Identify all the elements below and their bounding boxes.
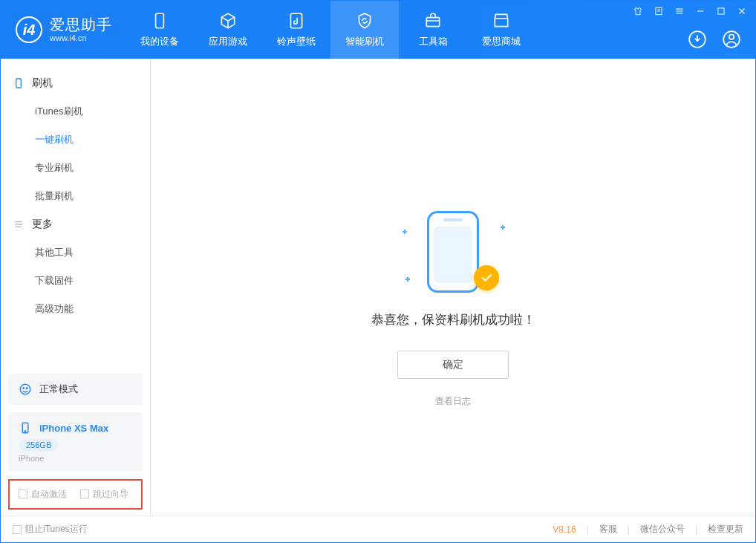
logo-icon: i4 xyxy=(16,16,42,43)
sidebar-item-pro-flash[interactable]: 专业刷机 xyxy=(1,154,150,182)
tab-ringtones-wallpapers[interactable]: 铃声壁纸 xyxy=(262,1,330,59)
mode-box[interactable]: 正常模式 xyxy=(8,374,143,405)
device-storage-badge: 256GB xyxy=(19,439,59,451)
checkbox-label: 阻止iTunes运行 xyxy=(25,523,88,536)
check-badge-icon xyxy=(474,265,499,290)
mode-label: 正常模式 xyxy=(39,383,78,396)
device-box[interactable]: iPhone XS Max 256GB iPhone xyxy=(8,412,143,472)
body: 刷机 iTunes刷机 一键刷机 专业刷机 批量刷机 更多 其他工具 下载固件 … xyxy=(1,59,755,516)
tab-label: 智能刷机 xyxy=(345,35,384,48)
sidebar: 刷机 iTunes刷机 一键刷机 专业刷机 批量刷机 更多 其他工具 下载固件 … xyxy=(1,59,151,516)
sidebar-item-advanced[interactable]: 高级功能 xyxy=(1,295,150,323)
device-icon xyxy=(150,11,169,30)
group-title: 刷机 xyxy=(32,77,53,90)
svg-point-13 xyxy=(25,431,26,432)
device-name: iPhone XS Max xyxy=(39,423,108,434)
wechat-link[interactable]: 微信公众号 xyxy=(640,523,685,536)
svg-point-7 xyxy=(729,35,734,40)
sidebar-group-more[interactable]: 更多 xyxy=(1,210,150,238)
checkbox-auto-activate[interactable]: 自动激活 xyxy=(19,488,67,501)
store-icon xyxy=(492,11,511,30)
checkbox-label: 跳过向导 xyxy=(93,489,128,499)
group-title: 更多 xyxy=(32,218,53,231)
ok-button[interactable]: 确定 xyxy=(397,351,509,379)
list-icon xyxy=(13,218,25,230)
checkbox-block-itunes[interactable]: 阻止iTunes运行 xyxy=(13,523,88,536)
cube-icon xyxy=(218,11,238,30)
user-icon[interactable] xyxy=(721,29,742,50)
window-controls xyxy=(632,5,748,17)
svg-rect-2 xyxy=(426,18,439,27)
version-label: V8.16 xyxy=(553,524,576,535)
close-icon[interactable] xyxy=(736,5,748,17)
note-icon[interactable] xyxy=(653,5,665,17)
download-icon[interactable] xyxy=(687,29,708,50)
success-text: 恭喜您，保资料刷机成功啦！ xyxy=(371,311,535,328)
sidebar-group-flash[interactable]: 刷机 xyxy=(1,69,150,97)
tab-store[interactable]: 爱思商城 xyxy=(467,1,535,59)
tab-label: 我的设备 xyxy=(140,35,179,48)
header-tabs: 我的设备 应用游戏 铃声壁纸 智能刷机 工具箱 爱思商城 xyxy=(126,1,535,59)
menu-icon[interactable] xyxy=(674,5,685,17)
sidebar-item-download-firmware[interactable]: 下载固件 xyxy=(1,267,150,295)
view-log-link[interactable]: 查看日志 xyxy=(435,395,471,408)
sidebar-item-batch-flash[interactable]: 批量刷机 xyxy=(1,182,150,210)
svg-rect-4 xyxy=(718,8,724,14)
phone-icon xyxy=(13,77,25,89)
header-right-icons xyxy=(687,29,742,50)
options-highlight: 自动激活 跳过向导 xyxy=(8,479,143,510)
sidebar-item-itunes-flash[interactable]: iTunes刷机 xyxy=(1,97,150,126)
header: i4 爱思助手 www.i4.cn 我的设备 应用游戏 铃声壁纸 智能刷机 xyxy=(1,1,755,59)
device-icon xyxy=(19,421,32,435)
sidebar-item-other-tools[interactable]: 其他工具 xyxy=(1,238,150,267)
support-link[interactable]: 客服 xyxy=(599,523,617,536)
device-type: iPhone xyxy=(19,454,132,463)
svg-rect-1 xyxy=(290,13,302,28)
sparkle-icon xyxy=(403,230,407,234)
sidebar-item-one-click-flash[interactable]: 一键刷机 xyxy=(1,126,150,154)
sparkle-icon xyxy=(405,277,410,282)
checkbox-skip-guide[interactable]: 跳过向导 xyxy=(80,488,128,501)
mode-icon xyxy=(19,383,32,396)
tab-toolbox[interactable]: 工具箱 xyxy=(399,1,467,59)
shirt-icon[interactable] xyxy=(632,5,644,17)
minimize-icon[interactable] xyxy=(694,5,706,17)
success-illustration xyxy=(408,207,498,296)
logo: i4 爱思助手 www.i4.cn xyxy=(1,1,126,59)
app-url: www.i4.cn xyxy=(50,33,112,43)
tab-label: 工具箱 xyxy=(419,35,448,48)
main-content: 恭喜您，保资料刷机成功啦！ 确定 查看日志 xyxy=(151,59,755,516)
checkbox-label: 自动激活 xyxy=(31,489,67,499)
tab-smart-flash[interactable]: 智能刷机 xyxy=(330,1,399,59)
svg-point-11 xyxy=(27,388,28,389)
footer: 阻止iTunes运行 V8.16 | 客服 | 微信公众号 | 检查更新 xyxy=(1,516,755,542)
check-update-link[interactable]: 检查更新 xyxy=(708,523,743,536)
tab-label: 铃声壁纸 xyxy=(277,35,316,48)
svg-rect-0 xyxy=(156,13,164,28)
tab-label: 应用游戏 xyxy=(209,35,247,48)
sparkle-icon xyxy=(501,225,505,230)
svg-rect-8 xyxy=(16,79,22,88)
svg-point-9 xyxy=(20,384,30,394)
tab-label: 爱思商城 xyxy=(482,35,521,48)
app-window: i4 爱思助手 www.i4.cn 我的设备 应用游戏 铃声壁纸 智能刷机 xyxy=(0,0,756,543)
tab-my-device[interactable]: 我的设备 xyxy=(126,1,194,59)
svg-point-10 xyxy=(23,388,25,389)
toolbox-icon xyxy=(423,11,443,30)
maximize-icon[interactable] xyxy=(715,5,727,17)
music-file-icon xyxy=(287,11,306,30)
app-name: 爱思助手 xyxy=(50,16,112,33)
tab-apps-games[interactable]: 应用游戏 xyxy=(194,1,262,59)
shield-refresh-icon xyxy=(355,11,374,30)
